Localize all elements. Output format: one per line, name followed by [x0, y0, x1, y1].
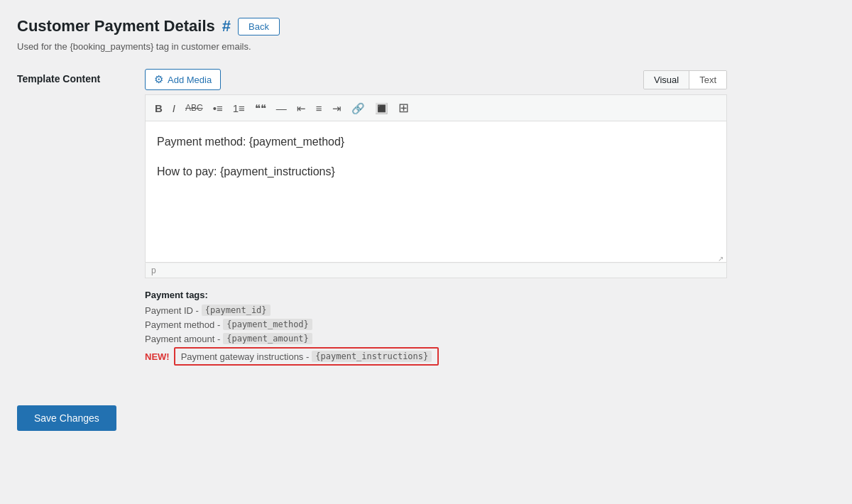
- add-media-button[interactable]: ⚙ Add Media: [145, 69, 221, 90]
- editor-content: Payment method: {payment_method} How to …: [157, 133, 715, 180]
- tag-label-payment-method: Payment method -: [145, 319, 220, 330]
- editor-line-2: How to pay: {payment_instructions}: [157, 163, 715, 181]
- editor-toolbar: B I ABC •≡ 1≡ ❝❝ — ⇤ ≡ ⇥ 🔗 🔳 ⊞: [145, 94, 727, 121]
- tag-row-payment-amount: Payment amount - {payment_amount}: [145, 333, 727, 344]
- page-description: Used for the {booking_payments} tag in c…: [17, 41, 835, 52]
- tag-badge-payment-id: {payment_id}: [202, 305, 271, 316]
- tag-badge-payment-method: {payment_method}: [223, 319, 312, 330]
- add-media-icon: ⚙: [154, 73, 163, 86]
- add-media-label: Add Media: [168, 75, 212, 85]
- save-changes-button[interactable]: Save Changes: [17, 405, 116, 431]
- tab-visual[interactable]: Visual: [644, 71, 689, 89]
- hr-button[interactable]: —: [273, 101, 290, 116]
- editor-top-bar: ⚙ Add Media Visual Text: [145, 69, 727, 90]
- tag-label-payment-gateway: Payment gateway instructions -: [181, 351, 310, 362]
- view-tabs: Visual Text: [643, 70, 727, 89]
- new-tag-box: Payment gateway instructions - {payment_…: [174, 347, 439, 366]
- blockquote-button[interactable]: ❝❝: [251, 101, 270, 116]
- payment-tags-section: Payment tags: Payment ID - {payment_id} …: [145, 290, 727, 366]
- unlink-button[interactable]: 🔳: [371, 101, 392, 116]
- new-tag-row: NEW! Payment gateway instructions - {pay…: [145, 347, 727, 366]
- back-button[interactable]: Back: [238, 18, 280, 35]
- payment-tags-title: Payment tags:: [145, 290, 727, 300]
- editor-area[interactable]: Payment method: {payment_method} How to …: [145, 121, 727, 263]
- tag-badge-payment-amount: {payment_amount}: [223, 333, 312, 344]
- strikethrough-button[interactable]: ABC: [182, 102, 207, 114]
- template-content-row: Template Content ⚙ Add Media Visual Text…: [17, 69, 835, 366]
- tag-label-payment-amount: Payment amount -: [145, 334, 220, 344]
- tab-text[interactable]: Text: [689, 71, 726, 89]
- unordered-list-button[interactable]: •≡: [209, 101, 226, 116]
- tag-row-payment-method: Payment method - {payment_method}: [145, 319, 727, 330]
- new-label: NEW!: [145, 351, 170, 362]
- ordered-list-button[interactable]: 1≡: [229, 101, 248, 116]
- template-content-label: Template Content: [17, 69, 131, 84]
- editor-path: p: [145, 263, 727, 278]
- fullscreen-button[interactable]: ⊞: [395, 99, 413, 116]
- bold-button[interactable]: B: [151, 101, 166, 116]
- hash-link[interactable]: #: [222, 17, 231, 35]
- tag-label-payment-id: Payment ID -: [145, 305, 199, 316]
- page-wrapper: Customer Payment Details # Back Used for…: [17, 17, 835, 431]
- editor-line-1: Payment method: {payment_method}: [157, 133, 715, 151]
- align-left-button[interactable]: ⇤: [293, 101, 310, 116]
- tag-badge-payment-instructions: {payment_instructions}: [312, 351, 432, 362]
- editor-wrapper: ⚙ Add Media Visual Text B I ABC •≡ 1≡ ❝❝…: [145, 69, 727, 366]
- header-row: Customer Payment Details # Back: [17, 17, 835, 35]
- link-button[interactable]: 🔗: [348, 101, 368, 116]
- align-center-button[interactable]: ≡: [312, 101, 326, 116]
- page-title: Customer Payment Details: [17, 17, 215, 35]
- tag-row-payment-id: Payment ID - {payment_id}: [145, 305, 727, 316]
- resize-handle[interactable]: ↗: [718, 253, 726, 262]
- align-right-button[interactable]: ⇥: [329, 101, 345, 116]
- italic-button[interactable]: I: [169, 101, 179, 116]
